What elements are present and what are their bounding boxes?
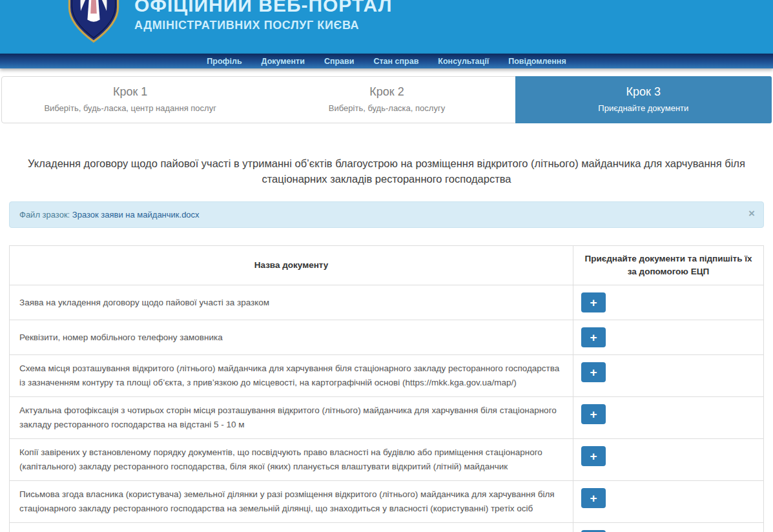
document-name-cell: Копії завірених у встановленому порядку … [10, 439, 573, 481]
attach-document-button[interactable]: + [581, 488, 606, 508]
plus-icon: + [590, 365, 597, 379]
sample-file-link[interactable]: Зразок заяви на майданчик.docx [72, 210, 200, 220]
table-row: Копії завірених у встановленому порядку … [10, 439, 764, 481]
table-row: Письмова згода власника (користувача) зе… [10, 481, 764, 523]
step-3-subtitle: Приєднайте документи [522, 103, 765, 113]
sample-file-label: Файл зразок: [19, 210, 70, 220]
attach-document-button[interactable]: + [581, 362, 606, 382]
step-1-subtitle: Виберіть, будь-ласка, центр надання посл… [8, 103, 252, 113]
plus-icon: + [590, 407, 597, 421]
nav-item-documents[interactable]: Документи [262, 57, 305, 66]
steps-bar: Крок 1 Виберіть, будь-ласка, центр надан… [1, 76, 772, 123]
document-name-cell: письмова згода власників (орендарів) сус… [10, 523, 573, 532]
attach-cell: + [573, 285, 764, 320]
plus-icon: + [590, 491, 597, 505]
attach-cell: + [573, 439, 764, 481]
table-row: Актуальна фотофіксація з чотирьох сторін… [10, 397, 764, 439]
nav-item-profile[interactable]: Профіль [207, 57, 242, 66]
plus-icon: + [590, 296, 597, 309]
nav-item-case-status[interactable]: Стан справ [373, 57, 418, 66]
attach-cell: + [573, 320, 764, 355]
attach-cell: + [573, 481, 764, 523]
portal-title-line2: АДМІНІСТРАТИВНИХ ПОСЛУГ КИЄВА [134, 16, 392, 34]
attach-cell: + [573, 355, 764, 397]
attach-document-button[interactable]: + [581, 327, 606, 347]
plus-icon: + [590, 331, 597, 344]
step-2[interactable]: Крок 2 Виберіть, будь-ласка, послугу [258, 77, 515, 123]
document-name-cell: Реквізити, номер мобільного телефону зам… [10, 320, 573, 355]
nav-item-consultations[interactable]: Консультації [438, 57, 489, 66]
portal-title: ОФІЦІЙНИЙ ВЕБ-ПОРТАЛ АДМІНІСТРАТИВНИХ ПО… [134, 0, 392, 34]
attach-document-button[interactable]: + [581, 404, 606, 424]
kyiv-coat-of-arms-logo [68, 0, 119, 46]
column-header-attach-sign: Приєднайте документи та підпишіть їх за … [573, 246, 764, 285]
table-header-row: Назва документу Приєднайте документи та … [10, 246, 764, 285]
portal-header: ОФІЦІЙНИЙ ВЕБ-ПОРТАЛ АДМІНІСТРАТИВНИХ ПО… [0, 0, 773, 54]
alert-close-button[interactable]: × [748, 208, 755, 219]
portal-title-line1: ОФІЦІЙНИЙ ВЕБ-ПОРТАЛ [134, 0, 392, 16]
attach-document-button[interactable]: + [581, 446, 606, 466]
table-row: Схема місця розташування відкритого (літ… [10, 355, 764, 397]
document-name-cell: Письмова згода власника (користувача) зе… [10, 481, 573, 523]
step-1-title: Крок 1 [8, 85, 252, 99]
main-nav: Профіль Документи Справи Стан справ Конс… [0, 54, 773, 68]
document-name-cell: Заява на укладення договору щодо пайової… [10, 285, 573, 320]
step-3-active[interactable]: Крок 3 Приєднайте документи [515, 76, 772, 123]
table-row: Реквізити, номер мобільного телефону зам… [10, 320, 764, 355]
attach-cell: + [573, 397, 764, 439]
step-2-subtitle: Виберіть, будь-ласка, послугу [265, 103, 508, 113]
attach-cell: + [573, 523, 764, 532]
document-name-cell: Схема місця розташування відкритого (літ… [10, 355, 573, 397]
document-name-cell: Актуальна фотофіксація з чотирьох сторін… [10, 397, 573, 439]
column-header-document-name: Назва документу [10, 246, 573, 285]
table-row: Заява на укладення договору щодо пайової… [10, 285, 764, 320]
main-content: Укладення договору щодо пайової участі в… [0, 156, 773, 532]
close-icon: × [748, 207, 755, 220]
step-2-title: Крок 2 [265, 85, 508, 99]
nav-item-cases[interactable]: Справи [324, 57, 355, 66]
documents-table: Назва документу Приєднайте документи та … [9, 245, 764, 532]
step-1[interactable]: Крок 1 Виберіть, будь-ласка, центр надан… [2, 77, 258, 123]
service-title: Укладення договору щодо пайової участі в… [15, 156, 758, 187]
attach-document-button[interactable]: + [581, 292, 606, 312]
plus-icon: + [590, 449, 597, 463]
nav-item-notifications[interactable]: Повідомлення [508, 57, 566, 66]
step-3-title: Крок 3 [522, 85, 765, 99]
sample-file-alert: Файл зразок: Зразок заяви на майданчик.d… [9, 201, 764, 228]
table-row: письмова згода власників (орендарів) сус… [10, 523, 764, 532]
